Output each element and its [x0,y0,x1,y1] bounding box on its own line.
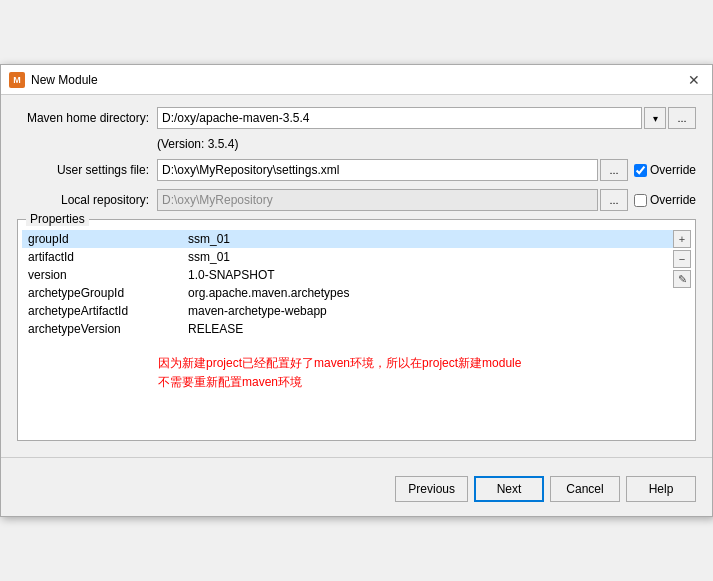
table-row[interactable]: archetypeArtifactIdmaven-archetype-webap… [22,302,679,320]
property-key: archetypeVersion [22,320,182,338]
new-module-window: M New Module ✕ Maven home directory: ▾ .… [0,64,713,517]
previous-button[interactable]: Previous [395,476,468,502]
property-value: ssm_01 [182,248,679,266]
edit-property-button[interactable]: ✎ [673,270,691,288]
maven-home-row: Maven home directory: ▾ ... [17,107,696,129]
local-repo-input [157,189,598,211]
properties-title: Properties [26,212,89,226]
remove-property-button[interactable]: − [673,250,691,268]
maven-home-label: Maven home directory: [17,111,157,125]
dialog-content: Maven home directory: ▾ ... (Version: 3.… [1,95,712,453]
local-repo-override-label: Override [650,193,696,207]
user-settings-override-group: Override [634,163,696,177]
close-button[interactable]: ✕ [684,70,704,90]
note-text: 因为新建project已经配置好了maven环境，所以在project新建mod… [158,354,695,392]
property-value: 1.0-SNAPSHOT [182,266,679,284]
table-row[interactable]: artifactIdssm_01 [22,248,679,266]
maven-home-browse-btn[interactable]: ... [668,107,696,129]
user-settings-input[interactable] [157,159,598,181]
local-repo-input-group: ... Override [157,189,696,211]
local-repo-browse-btn[interactable]: ... [600,189,628,211]
property-value: ssm_01 [182,230,679,248]
property-key: version [22,266,182,284]
properties-content: groupIdssm_01artifactIdssm_01version1.0-… [18,220,695,440]
table-row[interactable]: version1.0-SNAPSHOT [22,266,679,284]
user-settings-browse-btn[interactable]: ... [600,159,628,181]
property-key: groupId [22,230,182,248]
property-value: RELEASE [182,320,679,338]
properties-table: groupIdssm_01artifactIdssm_01version1.0-… [22,230,679,338]
property-key: artifactId [22,248,182,266]
property-value: maven-archetype-webapp [182,302,679,320]
user-settings-row: User settings file: ... Override [17,159,696,181]
local-repo-override-checkbox[interactable] [634,194,647,207]
property-key: archetypeArtifactId [22,302,182,320]
note-line1: 因为新建project已经配置好了maven环境，所以在project新建mod… [158,354,695,373]
properties-box: Properties groupIdssm_01artifactIdssm_01… [17,219,696,441]
maven-version-text: (Version: 3.5.4) [157,137,696,151]
property-key: archetypeGroupId [22,284,182,302]
cancel-button[interactable]: Cancel [550,476,620,502]
user-settings-input-group: ... Override [157,159,696,181]
props-side-buttons: + − ✎ [673,230,691,288]
table-row[interactable]: archetypeVersionRELEASE [22,320,679,338]
footer-separator [1,457,712,458]
next-button[interactable]: Next [474,476,544,502]
window-icon: M [9,72,25,88]
add-property-button[interactable]: + [673,230,691,248]
user-settings-override-checkbox[interactable] [634,164,647,177]
table-row[interactable]: groupIdssm_01 [22,230,679,248]
note-line2: 不需要重新配置maven环境 [158,373,695,392]
help-button[interactable]: Help [626,476,696,502]
local-repo-override-group: Override [634,193,696,207]
window-title: New Module [31,73,684,87]
table-row[interactable]: archetypeGroupIdorg.apache.maven.archety… [22,284,679,302]
maven-home-dropdown-btn[interactable]: ▾ [644,107,666,129]
user-settings-label: User settings file: [17,163,157,177]
title-bar: M New Module ✕ [1,65,712,95]
maven-home-input-group: ▾ ... [157,107,696,129]
dialog-footer: Previous Next Cancel Help [1,466,712,516]
user-settings-override-label: Override [650,163,696,177]
local-repo-label: Local repository: [17,193,157,207]
maven-home-input[interactable] [157,107,642,129]
property-value: org.apache.maven.archetypes [182,284,679,302]
local-repo-row: Local repository: ... Override [17,189,696,211]
